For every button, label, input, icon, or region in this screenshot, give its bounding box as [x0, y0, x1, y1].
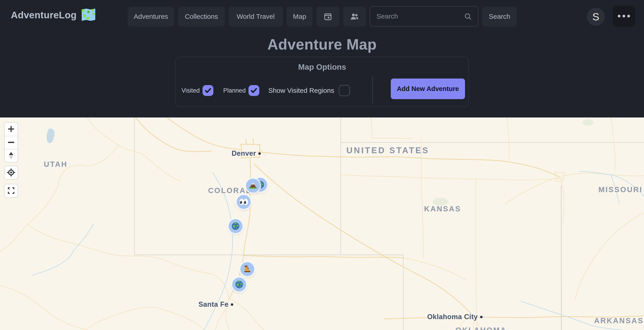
map-label-santa-fe: Santa Fe [198, 300, 233, 308]
map-canvas[interactable]: UNITED STATESUTAHCOLORADOKANSASMISSOURIA… [0, 118, 644, 330]
map-label-oklahoma: OKLAHOMA [456, 326, 507, 330]
map-label-missouri: MISSOURI [598, 185, 642, 194]
world-map-emoji-icon [81, 8, 96, 22]
user-avatar[interactable]: S [587, 8, 605, 26]
plus-icon [7, 125, 15, 134]
city-dot [231, 303, 233, 306]
visited-checkbox[interactable] [202, 85, 214, 96]
zoom-out-button[interactable] [4, 136, 18, 149]
minus-icon [7, 138, 15, 147]
nav-adventures-button[interactable]: Adventures [128, 6, 174, 26]
visited-toggle-label: Visited [182, 87, 200, 94]
city-dot [480, 316, 482, 318]
ellipsis-icon [618, 15, 630, 18]
map-zoom-control-group [4, 122, 18, 162]
map-label-denver: Denver [232, 150, 261, 158]
globe-emoji [235, 280, 244, 289]
adventure-marker-boot-emoji[interactable] [240, 262, 254, 276]
fullscreen-control [4, 184, 18, 198]
globe-emoji [231, 222, 240, 231]
users-icon [350, 12, 359, 21]
map-options-heading: Map Options [176, 62, 468, 72]
map-options-card: Map Options Visited Planned Show Visited… [175, 56, 469, 107]
map-base-layer [0, 118, 644, 330]
nav-world-travel-button[interactable]: World Travel [228, 6, 283, 26]
app-logo[interactable]: AdventureLog [11, 8, 96, 22]
calendar-button[interactable] [316, 6, 340, 26]
planned-toggle-label: Planned [223, 87, 246, 94]
search-input[interactable] [370, 6, 478, 26]
pitch-arrows-icon [7, 151, 15, 160]
planned-checkbox[interactable] [248, 85, 259, 96]
more-menu-button[interactable] [612, 6, 635, 26]
zoom-in-button[interactable] [4, 123, 18, 136]
map-label-kansas: KANSAS [424, 204, 461, 213]
show-visited-regions-label: Show Visited Regions [268, 87, 334, 94]
city-dot [258, 152, 261, 155]
nav-map-button[interactable]: Map [286, 6, 313, 26]
map-label-utah: UTAH [44, 160, 68, 168]
adventure-marker-mountain-emoji[interactable] [246, 178, 260, 192]
map-label-oklahoma-city: Oklahoma City [427, 313, 483, 321]
options-divider [372, 76, 373, 104]
map-label-arkansas: ARKANSAS [594, 316, 644, 325]
fullscreen-expand-icon [7, 186, 16, 196]
geolocate-target-icon [6, 168, 16, 178]
calendar-icon [323, 12, 332, 21]
mountain-emoji [248, 181, 258, 190]
geolocate-control [4, 166, 18, 180]
fullscreen-button[interactable] [4, 184, 18, 197]
boot-emoji [243, 265, 252, 274]
add-new-adventure-button[interactable]: Add New Adventure [391, 78, 465, 99]
eyes-emoji [239, 198, 248, 206]
app-logo-text: AdventureLog [11, 10, 77, 20]
users-button[interactable] [343, 6, 366, 26]
nav-collections-button[interactable]: Collections [178, 6, 225, 26]
show-visited-regions-checkbox[interactable] [339, 85, 350, 96]
adventure-marker-globe-emoji[interactable] [232, 278, 246, 292]
map-label-united-states: UNITED STATES [346, 146, 429, 155]
adventure-marker-globe-emoji[interactable] [228, 219, 242, 233]
map-options-row: Visited Planned Show Visited Regions [182, 84, 350, 97]
lake-shape [46, 128, 54, 143]
geolocate-button[interactable] [4, 166, 18, 179]
pitch-toggle-button[interactable] [4, 149, 18, 162]
search-button[interactable]: Search [482, 6, 517, 26]
adventure-marker-eyes-emoji[interactable] [237, 195, 251, 209]
app-header: AdventureLog Adventures Collections Worl… [0, 0, 644, 118]
page-title: Adventure Map [0, 36, 644, 53]
